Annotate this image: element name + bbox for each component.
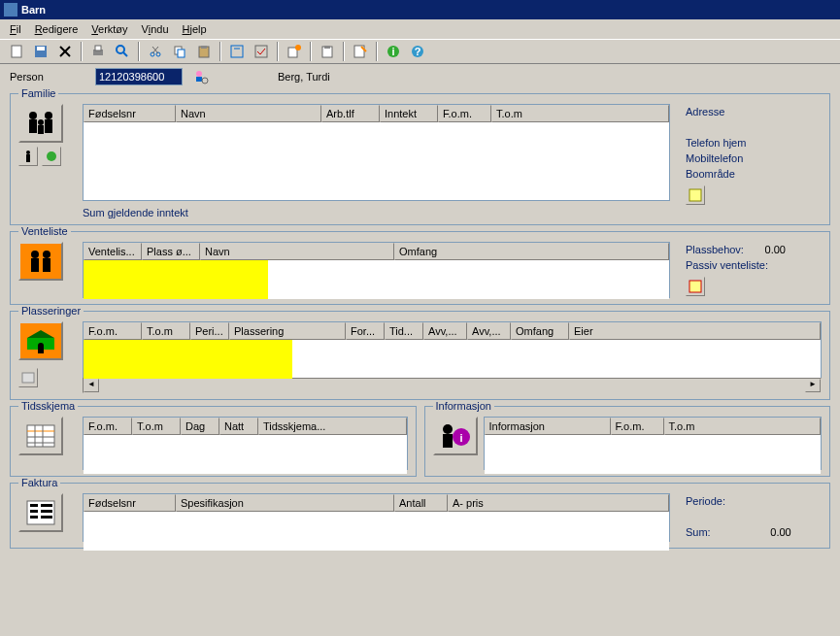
tool3-icon[interactable]: [284, 41, 305, 62]
col-fom[interactable]: F.o.m.: [84, 322, 142, 340]
venteliste-table[interactable]: Ventelis... Plass ø... Navn Omfang: [83, 242, 670, 298]
col-apris[interactable]: A- pris: [448, 494, 669, 512]
col-tom[interactable]: T.o.m: [664, 418, 822, 435]
informasjon-table[interactable]: Informasjon F.o.m. T.o.m: [484, 417, 823, 470]
col-fodselsnr[interactable]: Fødselsnr: [84, 494, 176, 512]
scroll-right-icon[interactable]: ►: [805, 379, 821, 392]
info-icon[interactable]: i: [383, 41, 404, 62]
cut-icon[interactable]: [145, 41, 166, 62]
col-navn[interactable]: Navn: [200, 243, 394, 260]
col-plass[interactable]: Plass ø...: [142, 243, 200, 260]
familie-table[interactable]: Fødselsnr Navn Arb.tlf Inntekt F.o.m. T.…: [83, 104, 670, 201]
note-icon[interactable]: [686, 185, 705, 205]
col-tidsskjema[interactable]: Tidsskjema...: [258, 418, 407, 435]
menu-verktoy[interactable]: Verktøy: [85, 21, 133, 37]
col-tom[interactable]: T.o.m: [132, 418, 181, 435]
familie-sm1[interactable]: [18, 147, 38, 166]
venteliste-note-icon[interactable]: [686, 277, 705, 296]
clipboard-icon[interactable]: [317, 41, 338, 62]
menu-hjelp[interactable]: Hjelp: [177, 21, 213, 37]
col-fom[interactable]: F.o.m.: [438, 105, 491, 122]
venteliste-group: Venteliste Ventelis... Plass ø... Navn O…: [10, 231, 830, 305]
col-antall[interactable]: Antall: [394, 494, 448, 512]
venteliste-side: Plassbehov: 0.00 Passiv venteliste:: [676, 242, 822, 298]
col-fom[interactable]: F.o.m.: [84, 418, 132, 435]
svg-text:?: ?: [415, 46, 421, 57]
col-eier[interactable]: Eier: [569, 322, 821, 340]
col-fodselsnr[interactable]: Fødselsnr: [84, 105, 176, 122]
lbl-plassbehov: Plassbehov:: [686, 244, 744, 255]
col-omfang[interactable]: Omfang: [394, 243, 669, 260]
col-spes[interactable]: Spesifikasjon: [176, 494, 394, 512]
col-dag[interactable]: Dag: [181, 418, 219, 435]
edit-icon[interactable]: [350, 41, 371, 62]
col-peri[interactable]: Peri...: [190, 322, 229, 340]
help-icon[interactable]: ?: [407, 41, 428, 62]
svg-rect-77: [30, 510, 38, 513]
col-info[interactable]: Informasjon: [485, 418, 611, 435]
lbl-periode: Periode:: [686, 493, 822, 509]
col-ventelis[interactable]: Ventelis...: [84, 243, 142, 260]
svg-point-39: [26, 151, 30, 154]
plasseringer-table[interactable]: F.o.m. T.o.m Peri... Plassering For... T…: [83, 321, 822, 378]
plasseringer-scrollbar[interactable]: ◄ ►: [83, 378, 822, 393]
tidsskjema-button[interactable]: [18, 417, 63, 455]
faktura-legend: Faktura: [18, 477, 60, 488]
svg-rect-75: [30, 504, 38, 507]
svg-rect-68: [443, 434, 453, 448]
lbl-boomrade: Boområde: [686, 166, 822, 182]
menu-vindu[interactable]: Vindu: [136, 21, 175, 37]
copy-icon[interactable]: [169, 41, 190, 62]
svg-rect-80: [41, 516, 52, 519]
paste-icon[interactable]: [193, 41, 215, 62]
svg-point-46: [31, 251, 39, 258]
tidsskjema-legend: Tidsskjema: [18, 400, 78, 412]
faktura-button[interactable]: [18, 493, 63, 532]
col-tom[interactable]: T.o.m: [491, 105, 669, 122]
col-natt[interactable]: Natt: [219, 418, 258, 435]
plasseringer-highlight: [84, 340, 292, 379]
col-avv1[interactable]: Avv,...: [423, 322, 467, 340]
familie-button[interactable]: [18, 104, 63, 143]
print-icon[interactable]: [87, 41, 109, 62]
new-icon[interactable]: [6, 41, 27, 62]
svg-point-21: [295, 45, 301, 50]
save-icon[interactable]: [30, 41, 51, 62]
person-lookup-icon[interactable]: [190, 66, 212, 87]
svg-line-8: [123, 52, 127, 56]
menu-redigere[interactable]: Redigere: [29, 21, 84, 37]
familie-sm2[interactable]: [42, 147, 61, 166]
delete-icon[interactable]: [54, 41, 76, 62]
svg-rect-0: [12, 46, 21, 57]
scroll-left-icon[interactable]: ◄: [84, 379, 99, 392]
col-fom[interactable]: F.o.m.: [611, 418, 664, 435]
title-bar: Barn: [0, 0, 840, 19]
tool2-icon[interactable]: [251, 41, 272, 62]
informasjon-button[interactable]: i: [433, 417, 478, 455]
col-omfang[interactable]: Omfang: [511, 322, 569, 340]
col-avv2[interactable]: Avv,...: [467, 322, 511, 340]
menu-fil[interactable]: Fil: [4, 21, 27, 37]
col-arbtlf[interactable]: Arb.tlf: [321, 105, 380, 122]
venteliste-button[interactable]: [18, 242, 63, 281]
menu-bar: Fil Redigere Verktøy Vindu Hjelp: [0, 19, 840, 39]
val-plassbehov: 0.00: [747, 242, 786, 257]
col-inntekt[interactable]: Inntekt: [380, 105, 438, 122]
tidsskjema-table[interactable]: F.o.m. T.o.m Dag Natt Tidsskjema...: [83, 417, 408, 470]
tool1-icon[interactable]: [226, 41, 248, 62]
faktura-table[interactable]: Fødselsnr Spesifikasjon Antall A- pris: [83, 493, 670, 542]
plasseringer-button[interactable]: [18, 321, 63, 360]
person-id-input[interactable]: [95, 68, 183, 85]
col-plassering[interactable]: Plassering: [229, 322, 346, 340]
col-tom[interactable]: T.o.m: [142, 322, 190, 340]
faktura-group: Faktura Fødselsnr Spesifikasjon Antall A…: [10, 483, 830, 549]
col-tid[interactable]: Tid...: [385, 322, 423, 340]
svg-rect-16: [201, 46, 207, 49]
col-navn[interactable]: Navn: [176, 105, 321, 122]
search-icon[interactable]: [112, 41, 133, 62]
lbl-telefon: Telefon hjem: [686, 135, 822, 151]
svg-point-37: [38, 119, 44, 125]
faktura-side: Periode: Sum: 0.00: [676, 493, 822, 542]
col-for[interactable]: For...: [346, 322, 385, 340]
plasseringer-sm[interactable]: [18, 368, 38, 387]
